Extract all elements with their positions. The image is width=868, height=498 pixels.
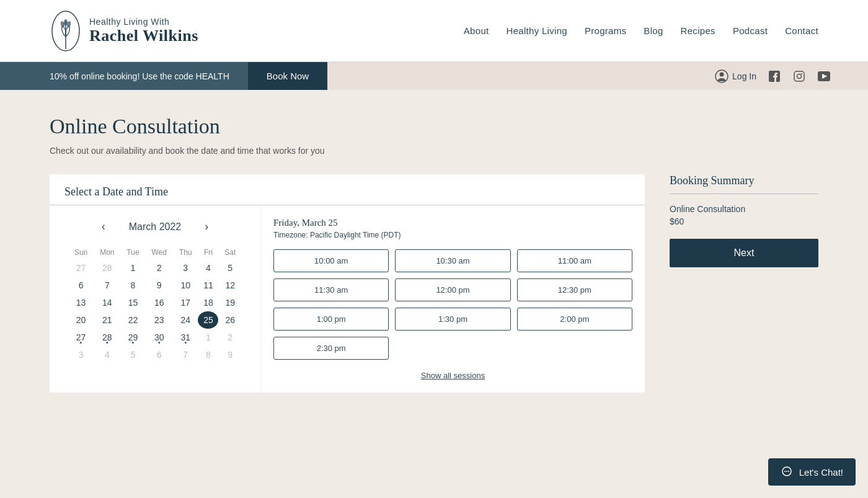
- calendar-day[interactable]: 5: [218, 259, 242, 277]
- calendar-day[interactable]: 21: [94, 311, 120, 329]
- calendar-day[interactable]: 29: [121, 329, 146, 346]
- calendar-day[interactable]: 28: [94, 329, 120, 346]
- summary-divider: [670, 193, 818, 194]
- calendar-day[interactable]: 14: [94, 294, 120, 311]
- calendar-day[interactable]: 16: [145, 294, 173, 311]
- promo-banner: 10% off online booking! Use the code HEA…: [0, 62, 868, 90]
- calendar-day[interactable]: 31: [173, 329, 198, 346]
- nav-healthy-living[interactable]: Healthy Living: [507, 25, 567, 36]
- calendar-day: 1: [198, 329, 218, 346]
- cal-day-header: Thu: [173, 246, 198, 259]
- chat-button[interactable]: Let's Chat!: [768, 458, 856, 486]
- instagram-icon[interactable]: [792, 69, 806, 83]
- time-slot[interactable]: 2:00 pm: [517, 308, 632, 331]
- calendar-day[interactable]: 25: [198, 311, 218, 329]
- calendar-day[interactable]: 8: [121, 277, 146, 294]
- next-button[interactable]: Next: [670, 239, 818, 267]
- time-slot[interactable]: 1:30 pm: [395, 308, 510, 331]
- calendar-day[interactable]: 15: [121, 294, 146, 311]
- banner-right: Log In: [327, 62, 868, 90]
- header: Healthy Living With Rachel Wilkins About…: [0, 0, 868, 62]
- facebook-icon[interactable]: [768, 69, 781, 83]
- calendar-day[interactable]: 11: [198, 277, 218, 294]
- calendar-day[interactable]: 26: [218, 311, 242, 329]
- nav-recipes[interactable]: Recipes: [681, 25, 715, 36]
- calendar-day[interactable]: 22: [121, 311, 146, 329]
- youtube-icon[interactable]: [817, 69, 831, 83]
- cal-day-header: Tue: [121, 246, 146, 259]
- promo-text: 10% off online booking! Use the code HEA…: [0, 62, 248, 90]
- calendar-day: 6: [145, 346, 173, 363]
- calendar-day[interactable]: 30: [145, 329, 173, 346]
- calendar-day[interactable]: 6: [68, 277, 94, 294]
- svg-point-9: [801, 73, 802, 74]
- time-slot[interactable]: 2:30 pm: [273, 337, 389, 360]
- svg-point-8: [797, 74, 802, 78]
- calendar-panel: ‹ March 2022 › SunMonTueWedThuFriSat 272…: [50, 205, 260, 393]
- nav-contact[interactable]: Contact: [785, 25, 818, 36]
- calendar-day[interactable]: 4: [198, 259, 218, 277]
- svg-point-13: [784, 471, 786, 472]
- date-time-panel: Select a Date and Time ‹ March 2022 › Su…: [50, 174, 645, 393]
- main-nav: About Healthy Living Programs Blog Recip…: [464, 25, 818, 36]
- calendar-day[interactable]: 17: [173, 294, 198, 311]
- show-all-sessions[interactable]: Show all sessions: [273, 371, 632, 380]
- svg-rect-7: [794, 71, 804, 81]
- calendar-day[interactable]: 19: [218, 294, 242, 311]
- calendar-day[interactable]: 27: [68, 329, 94, 346]
- calendar-day[interactable]: 13: [68, 294, 94, 311]
- cal-day-header: Sun: [68, 246, 94, 259]
- nav-programs[interactable]: Programs: [585, 25, 626, 36]
- calendar-day[interactable]: 20: [68, 311, 94, 329]
- time-slots-panel: Friday, March 25 Timezone: Pacific Dayli…: [260, 205, 645, 393]
- calendar-day: 7: [173, 346, 198, 363]
- calendar-day[interactable]: 12: [218, 277, 242, 294]
- time-slot[interactable]: 12:00 pm: [395, 278, 510, 301]
- calendar-day: 28: [94, 259, 120, 277]
- calendar-day[interactable]: 3: [173, 259, 198, 277]
- time-slot[interactable]: 10:00 am: [273, 249, 389, 272]
- main-content: Online Consultation Check out our availa…: [0, 90, 868, 417]
- nav-about[interactable]: About: [464, 25, 489, 36]
- nav-podcast[interactable]: Podcast: [733, 25, 768, 36]
- calendar-month-year: March 2022: [129, 221, 182, 233]
- calendar-day[interactable]: 2: [145, 259, 173, 277]
- calendar-day[interactable]: 9: [145, 277, 173, 294]
- login-button[interactable]: Log In: [715, 69, 756, 83]
- time-slot[interactable]: 11:30 am: [273, 278, 389, 301]
- page-title: Online Consultation: [50, 115, 818, 138]
- summary-title: Booking Summary: [670, 174, 818, 187]
- time-slot[interactable]: 12:30 pm: [517, 278, 632, 301]
- calendar-day[interactable]: 7: [94, 277, 120, 294]
- next-month-button[interactable]: ›: [200, 218, 213, 236]
- time-slot[interactable]: 11:00 am: [517, 249, 632, 272]
- cal-day-header: Sat: [218, 246, 242, 259]
- calendar-day[interactable]: 18: [198, 294, 218, 311]
- panel-body: ‹ March 2022 › SunMonTueWedThuFriSat 272…: [50, 205, 645, 393]
- booking-summary: Booking Summary Online Consultation $60 …: [670, 174, 818, 267]
- time-slots-grid: 10:00 am10:30 am11:00 am11:30 am12:00 pm…: [273, 249, 632, 360]
- calendar-day[interactable]: 1: [121, 259, 146, 277]
- time-date-header: Friday, March 25: [273, 218, 632, 228]
- cal-day-header: Fri: [198, 246, 218, 259]
- calendar-day: 4: [94, 346, 120, 363]
- summary-service: Online Consultation: [670, 204, 818, 214]
- calendar-nav: ‹ March 2022 ›: [68, 218, 242, 236]
- calendar-day[interactable]: 23: [145, 311, 173, 329]
- calendar-day: 2: [218, 329, 242, 346]
- prev-month-button[interactable]: ‹: [97, 218, 110, 236]
- cal-day-header: Mon: [94, 246, 120, 259]
- nav-blog[interactable]: Blog: [644, 25, 663, 36]
- calendar-grid: SunMonTueWedThuFriSat 272812345678910111…: [68, 246, 242, 363]
- svg-point-15: [788, 471, 789, 472]
- chat-label: Let's Chat!: [799, 467, 843, 478]
- calendar-day: 5: [121, 346, 146, 363]
- book-now-button[interactable]: Book Now: [248, 62, 327, 90]
- time-slot[interactable]: 1:00 pm: [273, 308, 389, 331]
- time-slot[interactable]: 10:30 am: [395, 249, 510, 272]
- calendar-day[interactable]: 24: [173, 311, 198, 329]
- logo-bottom-text: Rachel Wilkins: [89, 27, 198, 45]
- logo: Healthy Living With Rachel Wilkins: [50, 9, 198, 53]
- calendar-day[interactable]: 10: [173, 277, 198, 294]
- booking-section: Select a Date and Time ‹ March 2022 › Su…: [50, 174, 818, 393]
